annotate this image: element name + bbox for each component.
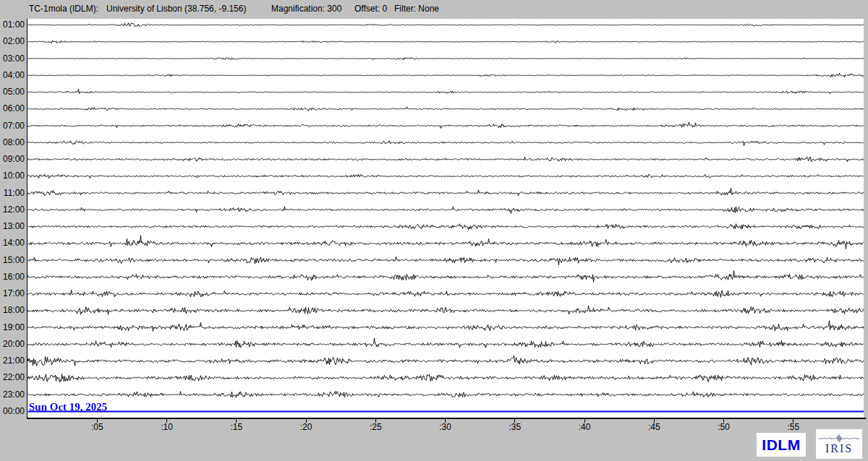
hour-label: 04:00	[0, 69, 25, 81]
minute-label: :35	[504, 422, 526, 432]
hour-label: 22:00	[0, 371, 25, 383]
hour-label: 17:00	[0, 288, 25, 299]
minute-label: :55	[783, 422, 804, 432]
minute-label: :30	[435, 422, 456, 432]
hour-label: 12:00	[0, 204, 25, 215]
minute-label: :40	[574, 422, 595, 432]
hour-label: 13:00	[0, 220, 25, 232]
hour-label: 07:00	[0, 120, 25, 132]
date-label: Sun Oct 19, 2025	[29, 401, 107, 413]
hour-label: 05:00	[0, 86, 25, 98]
minute-label: :05	[86, 422, 108, 432]
hour-label: 03:00	[0, 53, 25, 64]
hour-label: 15:00	[0, 254, 25, 266]
station-label: TC-1mola (IDLM):	[29, 4, 98, 14]
hour-axis: 01:0002:0003:0004:0005:0006:0007:0008:00…	[0, 0, 27, 461]
idlm-logo-text: IDLM	[762, 436, 800, 454]
hour-label: 10:00	[0, 170, 25, 181]
minute-label: :15	[226, 422, 247, 432]
hour-label: 02:00	[0, 35, 25, 47]
hour-label: 00:00	[0, 405, 25, 417]
hour-label: 14:00	[0, 237, 25, 249]
minute-label: :25	[365, 422, 386, 432]
idlm-logo: IDLM	[757, 433, 806, 457]
hour-label: 21:00	[0, 355, 25, 366]
iris-logo: IRIS	[816, 429, 862, 459]
minute-label: :45	[643, 422, 665, 432]
magnification-label: Magnification: 300	[271, 4, 341, 14]
seismogram-trace-canvas[interactable]	[27, 19, 864, 418]
plot-bottom-border	[27, 418, 866, 419]
hour-label: 16:00	[0, 271, 25, 283]
minute-label: :20	[295, 422, 317, 432]
hour-label: 09:00	[0, 153, 25, 165]
hour-label: 20:00	[0, 338, 25, 350]
seismogram-icon	[819, 434, 859, 442]
minute-label: :10	[156, 422, 178, 432]
hour-label: 08:00	[0, 137, 25, 148]
header-bar: TC-1mola (IDLM): University of Lisbon (3…	[0, 0, 868, 19]
filter-label: Filter: None	[394, 4, 439, 14]
minute-label: :50	[713, 422, 735, 432]
hour-label: 01:00	[0, 19, 25, 30]
hour-label: 18:00	[0, 304, 25, 316]
helicorder-plot	[27, 19, 864, 418]
hour-label: 06:00	[0, 103, 25, 114]
station-location-label: University of Lisbon (38.756, -9.156)	[106, 4, 246, 14]
iris-logo-text: IRIS	[825, 443, 853, 454]
minute-axis: :05:10:15:20:25:30:35:40:45:50:55	[0, 418, 868, 435]
hour-label: 11:00	[0, 187, 25, 199]
hour-label: 23:00	[0, 389, 25, 400]
offset-label: Offset: 0	[354, 4, 387, 14]
hour-label: 19:00	[0, 322, 25, 333]
